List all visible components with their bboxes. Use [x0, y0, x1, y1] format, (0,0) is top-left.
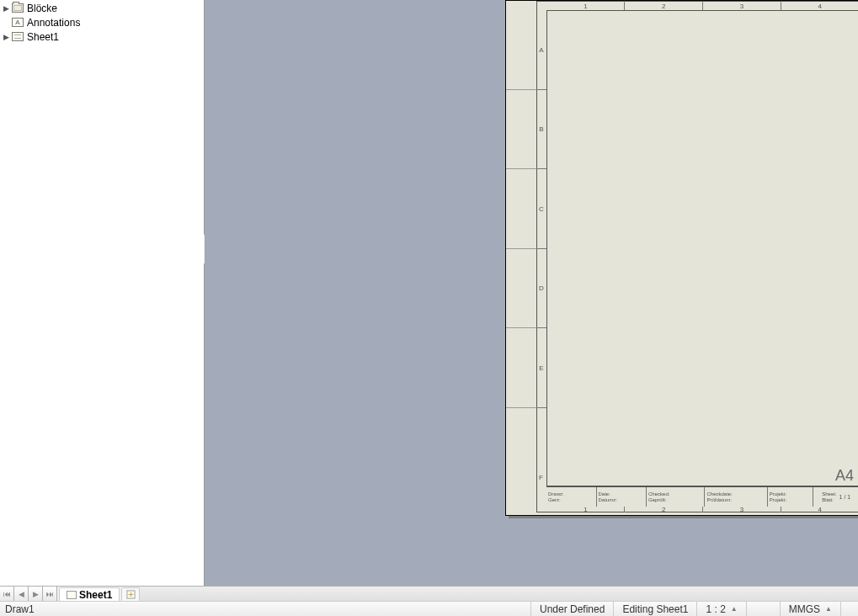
bottom-col-labels: 1 2 3 4 — [546, 507, 858, 512]
tb-label: Projekt: — [770, 497, 812, 502]
annotation-icon: A — [10, 18, 25, 27]
status-empty — [746, 602, 780, 616]
expander-icon[interactable]: ▶ — [2, 4, 10, 13]
tree-item-label: Blöcke — [25, 3, 57, 14]
tb-label: Geprüft: — [648, 497, 702, 502]
add-sheet-button[interactable] — [121, 587, 140, 601]
col-label: 3 — [740, 507, 743, 513]
sheet-size-label: A4 — [835, 467, 854, 485]
tb-label: Checked: — [648, 491, 702, 497]
feature-tree: ▶ Blöcke ▶ A Annotations ▶ Sheet1 — [0, 0, 204, 44]
tab-strip-filler — [140, 587, 858, 601]
status-units[interactable]: MMGS▲ — [780, 602, 840, 616]
tree-item-annotations[interactable]: ▶ A Annotations — [2, 15, 204, 29]
title-block: Drawz: Gerz: Date: Datumz: Checked: Gepr… — [546, 486, 858, 507]
tab-nav-last-button[interactable]: ⏭ — [43, 587, 57, 601]
top-col-labels: 1 2 3 4 — [546, 1, 858, 10]
row-label: C — [539, 204, 544, 212]
add-sheet-icon — [126, 590, 136, 599]
left-row-labels: A B C D E — [536, 10, 546, 486]
row-label: A — [539, 45, 543, 53]
col-label: 3 — [740, 3, 743, 10]
col-label: 2 — [662, 507, 665, 513]
status-scale[interactable]: 1 : 2▲ — [696, 602, 745, 616]
sheet-icon — [67, 591, 77, 599]
tab-nav-first-button[interactable]: ⏮ — [0, 587, 14, 601]
row-label: B — [539, 125, 543, 133]
tb-label: Drawz: — [548, 491, 594, 497]
tree-item-label: Annotations — [25, 17, 80, 29]
tb-label: Datumz: — [599, 497, 645, 502]
tree-item-blocks[interactable]: ▶ Blöcke — [2, 1, 204, 15]
tb-label: Checkdate: — [706, 491, 765, 497]
sheet-icon — [10, 32, 25, 41]
tab-label: Sheet1 — [79, 589, 112, 601]
status-tail — [840, 602, 858, 616]
tab-nav-next-button[interactable]: ▶ — [29, 587, 43, 601]
row-label-f-left: F — [539, 474, 543, 481]
drawing-canvas[interactable]: 1 2 3 4 A B C D E A B C D — [205, 0, 858, 586]
tree-item-label: Sheet1 — [25, 31, 59, 43]
row-label: E — [539, 364, 543, 371]
expander-icon[interactable]: ▶ — [2, 33, 10, 41]
sheet-tab-strip: ⏮ ◀ ▶ ⏭ Sheet1 — [0, 586, 858, 601]
status-bar: Draw1 Under Defined Editing Sheet1 1 : 2… — [0, 601, 858, 616]
tb-sheet-count: 1 / 1 — [839, 494, 851, 500]
col-label: 4 — [818, 507, 821, 513]
drawing-sheet[interactable]: 1 2 3 4 A B C D E A B C D — [505, 0, 858, 516]
tb-label: Sheet: — [822, 491, 836, 497]
status-editing-mode[interactable]: Editing Sheet1 — [613, 602, 696, 616]
col-label: 4 — [818, 3, 821, 10]
row-label: D — [539, 284, 544, 292]
chevron-up-icon: ▲ — [731, 605, 738, 613]
left-edge-ticks — [506, 10, 536, 486]
sheet-frame-inner — [546, 10, 858, 486]
chevron-up-icon: ▲ — [825, 605, 832, 613]
status-document-name: Draw1 — [0, 603, 40, 615]
tab-nav-prev-button[interactable]: ◀ — [14, 587, 29, 601]
col-label: 1 — [584, 3, 587, 10]
tab-sheet1[interactable]: Sheet1 — [59, 587, 120, 601]
status-definition-state[interactable]: Under Defined — [530, 602, 613, 616]
tree-item-sheet[interactable]: ▶ Sheet1 — [2, 29, 204, 44]
tb-label: Prüfdatum: — [706, 497, 765, 502]
tb-label: Date: — [599, 491, 645, 497]
tb-label: Blatt: — [822, 497, 836, 502]
tb-label: Projekt: — [770, 491, 812, 497]
tb-label: Gerz: — [548, 497, 594, 502]
col-label: 1 — [584, 507, 587, 513]
feature-tree-panel: ▶ Blöcke ▶ A Annotations ▶ Sheet1 — [0, 0, 205, 586]
folder-icon — [10, 3, 25, 13]
col-label: 2 — [662, 3, 665, 10]
